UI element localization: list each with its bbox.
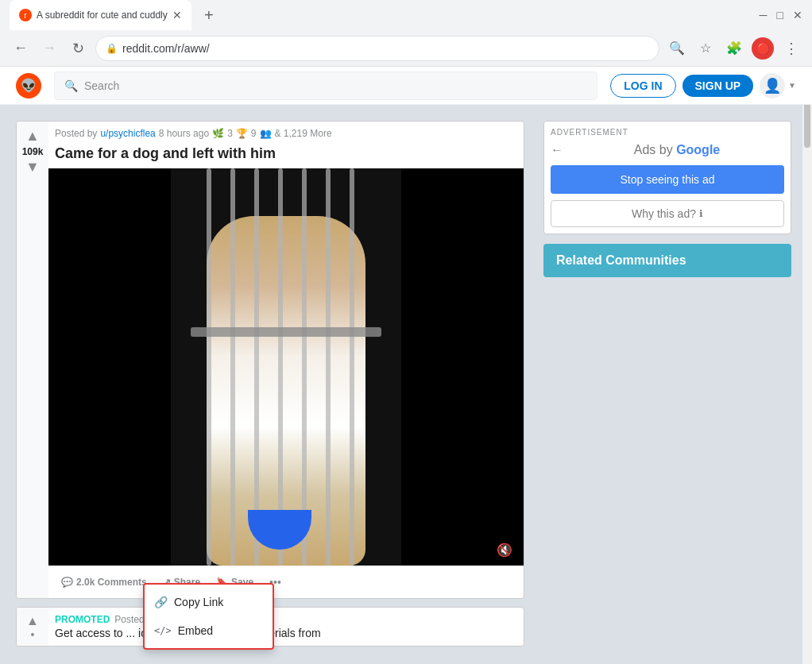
posted-by-label: Posted by (55, 128, 97, 139)
comments-icon: 💬 (61, 577, 73, 588)
google-text: Google (676, 143, 720, 156)
post-content: Posted by u/psychicflea 8 hours ago 🌿 3 … (48, 122, 524, 598)
ads-by-google: Ads by Google (570, 143, 784, 157)
embed-icon: </> (154, 625, 172, 636)
post-author[interactable]: u/psychicflea (100, 128, 155, 139)
signup-button[interactable]: SIGN UP (682, 75, 754, 97)
promoted-vote-column: ▲ • (17, 608, 48, 646)
promoted-bullet: • (31, 628, 35, 641)
reddit-logo[interactable]: 👽 (16, 73, 41, 98)
browser-action-extensions[interactable]: 🧩 (723, 37, 745, 60)
sidebar: ADVERTISEMENT ← Ads by Google Stop seein… (543, 121, 791, 647)
copy-link-label: Copy Link (174, 596, 223, 608)
promoted-title-text: Get access to ... (55, 627, 135, 639)
promoted-upvote[interactable]: ▲ (26, 614, 39, 628)
browser-action-bookmark[interactable]: ☆ (694, 37, 717, 60)
upvote-button[interactable]: ▲ (25, 128, 40, 145)
post-time: 8 hours ago (159, 128, 209, 139)
post-actions: 💬 2.0k Comments ↗ Share 🔖 Save ••• (48, 566, 524, 598)
related-communities-title: Related Communities (556, 253, 779, 268)
post-image-container: 🔇 (48, 168, 524, 566)
award-count-1: 3 (227, 128, 233, 139)
new-tab-button[interactable]: + (198, 4, 220, 26)
browser-title-bar: r A subreddit for cute and cuddly ✕ + ─ … (0, 0, 812, 30)
tab-favicon: r (19, 9, 32, 21)
ads-by-text: Ads by (634, 143, 673, 156)
address-bar-row: ← → ↻ 🔒 reddit.com/r/aww/ 🔍 ☆ 🧩 🔴 ⋮ (0, 30, 812, 67)
promoted-tag: PROMOTED (55, 614, 110, 625)
refresh-button[interactable]: ↻ (67, 37, 89, 60)
embed-item[interactable]: </> Embed (145, 616, 273, 645)
post-title: Came for a dog and left with him (48, 142, 524, 168)
award-emoji-2: 🏆 (236, 128, 248, 139)
award-more: & 1,219 More (275, 128, 332, 139)
login-button[interactable]: LOG IN (610, 74, 675, 98)
reddit-header: 👽 🔍 Search LOG IN SIGN UP 👤 ▼ (0, 67, 812, 105)
ad-header-row: ← Ads by Google (551, 143, 784, 157)
back-button[interactable]: ← (10, 37, 32, 60)
browser-tab[interactable]: r A subreddit for cute and cuddly ✕ (10, 0, 191, 30)
vote-column: ▲ 109k ▼ (17, 122, 48, 598)
search-box[interactable]: 🔍 Search (54, 71, 597, 100)
url-text[interactable]: reddit.com/r/aww/ (122, 42, 210, 55)
browser-action-search[interactable]: 🔍 (666, 37, 688, 60)
close-button[interactable]: ✕ (793, 9, 802, 21)
tab-title: A subreddit for cute and cuddly (37, 10, 168, 21)
link-icon: 🔗 (154, 596, 168, 608)
browser-action-profile[interactable]: 🔴 (752, 37, 774, 60)
url-bar[interactable]: 🔒 reddit.com/r/aww/ (95, 36, 659, 61)
lock-icon: 🔒 (106, 43, 118, 54)
header-actions: LOG IN SIGN UP 👤 ▼ (610, 73, 796, 98)
user-menu[interactable]: 👤 ▼ (760, 73, 796, 98)
post-header: Posted by u/psychicflea 8 hours ago 🌿 3 … (48, 122, 524, 142)
cat-image-placeholder (171, 168, 401, 566)
downvote-button[interactable]: ▼ (25, 159, 40, 176)
info-icon: ℹ (699, 208, 703, 219)
minimize-button[interactable]: ─ (760, 9, 768, 21)
scrollbar-thumb[interactable] (804, 100, 810, 148)
browser-menu-button[interactable]: ⋮ (780, 37, 802, 60)
window-controls: ─ □ ✕ (760, 9, 802, 21)
award-emoji-1: 🌿 (212, 128, 224, 139)
award-emoji-3: 👥 (260, 128, 272, 139)
post-card: ▲ 109k ▼ Posted by u/psychicflea 8 hours… (16, 121, 524, 599)
ad-back-button[interactable]: ← (551, 143, 563, 157)
award-count-2: 9 (251, 128, 257, 139)
embed-label: Embed (178, 624, 213, 637)
ad-section: ADVERTISEMENT ← Ads by Google Stop seein… (543, 121, 791, 234)
search-placeholder: Search (84, 79, 119, 92)
why-ad-text: Why this ad? (632, 207, 696, 220)
related-communities: Related Communities (543, 244, 791, 277)
forward-button[interactable]: → (38, 37, 60, 60)
scrollbar[interactable] (802, 98, 812, 664)
comments-button[interactable]: 💬 2.0k Comments (55, 572, 153, 593)
ad-label: ADVERTISEMENT (551, 128, 784, 137)
comments-label: 2.0k Comments (76, 577, 147, 588)
main-layout: ▲ 109k ▼ Posted by u/psychicflea 8 hours… (0, 105, 812, 662)
mute-icon[interactable]: 🔇 (492, 541, 517, 559)
post-area: ▲ 109k ▼ Posted by u/psychicflea 8 hours… (16, 121, 524, 647)
user-avatar: 👤 (760, 73, 785, 98)
dropdown-popup: 🔗 Copy Link </> Embed (143, 583, 274, 650)
maximize-button[interactable]: □ (777, 9, 783, 21)
stop-seeing-ad-button[interactable]: Stop seeing this ad (551, 165, 784, 194)
chevron-down-icon: ▼ (788, 81, 796, 90)
why-ad-button[interactable]: Why this ad? ℹ (551, 200, 784, 227)
tab-close-icon[interactable]: ✕ (172, 9, 182, 21)
copy-link-item[interactable]: 🔗 Copy Link (145, 588, 273, 616)
vote-count: 109k (22, 146, 44, 157)
search-icon: 🔍 (64, 79, 78, 92)
